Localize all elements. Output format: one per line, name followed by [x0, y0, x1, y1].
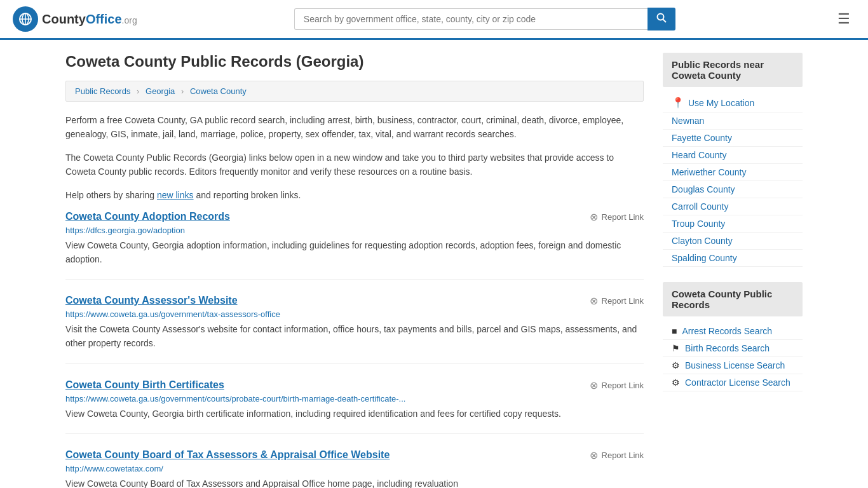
record-item: Coweta County Birth Certificates ⊗ Repor…	[65, 379, 644, 435]
record-url[interactable]: https://www.coweta.ga.us/government/cour…	[65, 394, 644, 403]
record-description: View Coweta County, Georgia adoption inf…	[65, 239, 644, 266]
content-wrapper: Coweta County Public Records (Georgia) P…	[53, 40, 815, 488]
record-description: View Coweta County, Georgia birth certif…	[65, 407, 644, 421]
location-pin-icon: 📍	[672, 97, 684, 109]
record-type-icon: ⚙	[672, 377, 680, 388]
records-section-header: Coweta County Public Records	[663, 282, 803, 316]
nearby-link[interactable]: Newnan	[663, 112, 803, 130]
records-list: Coweta County Adoption Records ⊗ Report …	[65, 211, 644, 488]
breadcrumb-coweta[interactable]: Coweta County	[190, 86, 247, 96]
use-location-link[interactable]: 📍 Use My Location	[663, 93, 803, 112]
report-icon: ⊗	[590, 211, 598, 223]
breadcrumb: Public Records › Georgia › Coweta County	[65, 81, 644, 102]
nearby-link[interactable]: Heard County	[663, 147, 803, 164]
nearby-link[interactable]: Clayton County	[663, 233, 803, 250]
record-header: Coweta County Assessor's Website ⊗ Repor…	[65, 295, 644, 307]
nearby-link[interactable]: Meriwether County	[663, 164, 803, 181]
record-header: Coweta County Adoption Records ⊗ Report …	[65, 211, 644, 223]
report-link[interactable]: ⊗ Report Link	[590, 211, 644, 223]
sidebar-records-link[interactable]: ⚙Business License Search	[663, 357, 803, 374]
record-item: Coweta County Assessor's Website ⊗ Repor…	[65, 295, 644, 363]
record-item: Coweta County Adoption Records ⊗ Report …	[65, 211, 644, 280]
menu-button[interactable]: ☰	[832, 8, 855, 30]
records-section: Coweta County Public Records ■Arrest Rec…	[663, 282, 803, 391]
search-input[interactable]	[294, 8, 648, 30]
nearby-links-list: NewnanFayette CountyHeard CountyMeriweth…	[663, 112, 803, 267]
report-link[interactable]: ⊗ Report Link	[590, 295, 644, 307]
records-links-list: ■Arrest Records Search⚑Birth Records Sea…	[663, 323, 803, 391]
sidebar-records-link[interactable]: ⚑Birth Records Search	[663, 340, 803, 357]
logo-text: CountyOffice.org	[42, 12, 137, 27]
nearby-link[interactable]: Troup County	[663, 215, 803, 233]
record-url[interactable]: https://dfcs.georgia.gov/adoption	[65, 226, 644, 235]
record-item: Coweta County Board of Tax Assessors & A…	[65, 449, 644, 488]
nearby-section: Public Records near Coweta County 📍 Use …	[663, 53, 803, 267]
report-icon: ⊗	[590, 449, 598, 461]
record-description: Visit the Coweta County Assessor's websi…	[65, 323, 644, 350]
record-type-icon: ⚑	[672, 343, 680, 353]
record-type-label: Business License Search	[685, 360, 785, 370]
breadcrumb-georgia[interactable]: Georgia	[146, 86, 175, 96]
description-2: The Coweta County Public Records (Georgi…	[65, 151, 644, 179]
report-icon: ⊗	[590, 379, 598, 391]
record-type-label: Contractor License Search	[685, 377, 790, 388]
description-1: Perform a free Coweta County, GA public …	[65, 113, 644, 142]
site-header: CountyOffice.org ☰	[0, 0, 868, 40]
sidebar-records-link[interactable]: ■Arrest Records Search	[663, 323, 803, 340]
main-content: Coweta County Public Records (Georgia) P…	[65, 53, 644, 488]
breadcrumb-public-records[interactable]: Public Records	[75, 86, 130, 96]
search-area	[294, 8, 675, 30]
record-title[interactable]: Coweta County Birth Certificates	[65, 379, 224, 391]
nearby-link[interactable]: Carroll County	[663, 198, 803, 215]
report-icon: ⊗	[590, 295, 598, 307]
record-type-icon: ⚙	[672, 360, 680, 370]
page-title: Coweta County Public Records (Georgia)	[65, 53, 644, 71]
description-3: Help others by sharing new links and rep…	[65, 188, 644, 202]
nearby-header: Public Records near Coweta County	[663, 53, 803, 87]
record-header: Coweta County Board of Tax Assessors & A…	[65, 449, 644, 461]
record-description: View Coweta County Board of Tax Assessor…	[65, 477, 644, 488]
record-url[interactable]: https://www.coweta.ga.us/government/tax-…	[65, 309, 644, 319]
nearby-link[interactable]: Fayette County	[663, 130, 803, 147]
record-title[interactable]: Coweta County Assessor's Website	[65, 295, 238, 306]
record-type-label: Arrest Records Search	[682, 326, 772, 336]
nearby-link[interactable]: Douglas County	[663, 181, 803, 198]
record-type-icon: ■	[672, 326, 677, 336]
record-title[interactable]: Coweta County Adoption Records	[65, 211, 230, 222]
record-url[interactable]: http://www.cowetatax.com/	[65, 464, 644, 473]
report-link[interactable]: ⊗ Report Link	[590, 449, 644, 461]
svg-point-5	[657, 14, 663, 20]
svg-line-6	[663, 20, 666, 23]
sidebar-records-link[interactable]: ⚙Contractor License Search	[663, 374, 803, 391]
record-type-label: Birth Records Search	[685, 343, 770, 353]
report-link[interactable]: ⊗ Report Link	[590, 379, 644, 391]
sidebar: Public Records near Coweta County 📍 Use …	[663, 53, 803, 488]
new-links-link[interactable]: new links	[157, 190, 194, 200]
nearby-link[interactable]: Spalding County	[663, 250, 803, 267]
record-title[interactable]: Coweta County Board of Tax Assessors & A…	[65, 449, 390, 461]
logo-icon	[13, 6, 38, 32]
logo-area[interactable]: CountyOffice.org	[13, 6, 137, 32]
record-header: Coweta County Birth Certificates ⊗ Repor…	[65, 379, 644, 391]
search-button[interactable]	[648, 8, 675, 30]
